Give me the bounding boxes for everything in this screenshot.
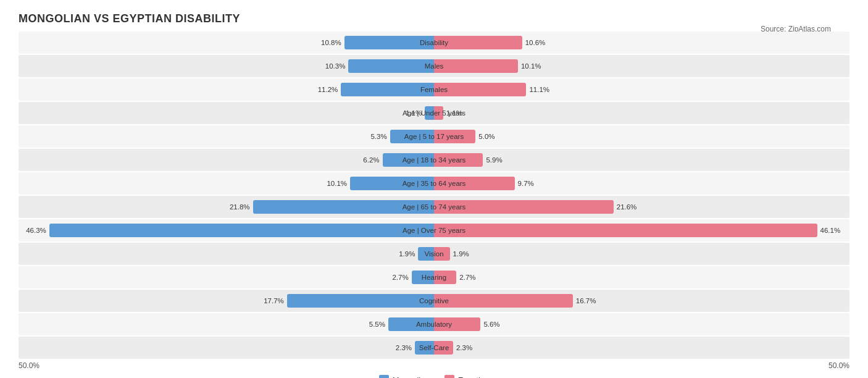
value-left: 6.2% <box>363 156 382 164</box>
bar-row: 46.3%46.1%Age | Over 75 years <box>19 219 849 242</box>
value-left: 5.5% <box>369 321 388 328</box>
bar-left-section: 6.2% <box>19 149 434 171</box>
value-left: 46.3% <box>26 227 49 234</box>
value-right: 10.1% <box>518 62 541 70</box>
bar-right-section: 5.9% <box>434 149 849 171</box>
bar-right: 11.1% <box>434 83 526 96</box>
bar-row: 17.7%16.7%Cognitive <box>19 290 849 312</box>
bar-left: 10.1% <box>350 177 434 190</box>
value-right: 10.6% <box>522 39 546 46</box>
bar-left: 21.8% <box>253 200 434 214</box>
bar-left: 10.3% <box>348 59 434 73</box>
value-right: 2.3% <box>453 344 472 351</box>
bar-row: 1.1%1.1%Age | Under 5 years <box>19 102 849 124</box>
bar-left-section: 46.3% <box>19 219 434 242</box>
bar-right-section: 16.7% <box>434 290 849 312</box>
bar-right-section: 1.1% <box>434 102 849 124</box>
bar-left: 46.3% <box>49 224 434 237</box>
value-right: 11.1% <box>526 86 549 93</box>
bar-row: 6.2%5.9%Age | 18 to 34 years <box>19 149 849 171</box>
bar-row: 1.9%1.9%Vision <box>19 243 849 265</box>
value-left: 5.3% <box>370 133 390 140</box>
bar-left-section: 2.3% <box>19 337 434 359</box>
value-right: 46.1% <box>817 227 841 234</box>
bar-right-section: 10.6% <box>434 32 849 54</box>
bar-left: 6.2% <box>383 153 434 167</box>
bar-row: 11.2%11.1%Females <box>19 78 849 101</box>
bar-left: 2.3% <box>415 341 434 355</box>
bar-right: 46.1% <box>434 224 817 237</box>
bar-right-section: 5.6% <box>434 313 849 335</box>
bar-right: 5.9% <box>434 153 483 167</box>
bottom-right-label: 50.0% <box>828 361 849 370</box>
bar-right-section: 11.1% <box>434 78 849 101</box>
value-right: 2.7% <box>456 274 475 281</box>
bar-right-section: 10.1% <box>434 55 849 77</box>
bar-left: 1.1% <box>425 106 434 120</box>
bar-right-section: 9.7% <box>434 172 849 195</box>
bar-row: 5.3%5.0%Age | 5 to 17 years <box>19 125 849 148</box>
value-right: 1.9% <box>450 250 469 258</box>
value-right: 5.0% <box>475 133 495 140</box>
bar-right-section: 2.3% <box>434 337 849 359</box>
bar-right: 16.7% <box>434 294 573 308</box>
bar-left-section: 1.1% <box>19 102 434 124</box>
mongolian-label: Mongolian <box>393 376 430 379</box>
bar-right-section: 1.9% <box>434 243 849 265</box>
bar-left: 2.7% <box>412 271 434 284</box>
bar-left-section: 21.8% <box>19 196 434 218</box>
bar-left: 5.3% <box>390 130 434 143</box>
bar-left-section: 5.3% <box>19 125 434 148</box>
bar-row: 10.1%9.7%Age | 35 to 64 years <box>19 172 849 195</box>
bar-right: 10.1% <box>434 59 518 73</box>
value-right: 1.1% <box>443 109 462 117</box>
bar-right: 1.9% <box>434 247 450 261</box>
egyptian-label: Egyptian <box>458 376 490 379</box>
bar-row: 5.5%5.6%Ambulatory <box>19 313 849 335</box>
value-right: 16.7% <box>573 297 596 304</box>
bar-left-section: 10.3% <box>19 55 434 77</box>
value-left: 1.1% <box>406 109 425 117</box>
chart-wrapper: 10.8%10.6%Disability10.3%10.1%Males11.2%… <box>19 32 849 378</box>
value-left: 1.9% <box>399 250 418 258</box>
bar-left-section: 2.7% <box>19 266 434 288</box>
bar-left-section: 10.8% <box>19 32 434 54</box>
value-left: 2.7% <box>392 274 411 281</box>
bar-left-section: 17.7% <box>19 290 434 312</box>
bar-row: 2.7%2.7%Hearing <box>19 266 849 288</box>
egyptian-color-box <box>444 375 454 378</box>
chart-container: 10.8%10.6%Disability10.3%10.1%Males11.2%… <box>19 32 849 359</box>
bottom-left-label: 50.0% <box>19 361 40 370</box>
bar-right: 2.7% <box>434 271 456 284</box>
bar-left: 11.2% <box>341 83 434 96</box>
bar-right-section: 2.7% <box>434 266 849 288</box>
bar-right-section: 46.1% <box>434 219 849 242</box>
value-left: 10.3% <box>325 62 349 70</box>
bar-left-section: 5.5% <box>19 313 434 335</box>
bar-left-section: 10.1% <box>19 172 434 195</box>
bar-right: 2.3% <box>434 341 453 355</box>
legend-egyptian: Egyptian <box>444 375 490 378</box>
value-left: 10.8% <box>321 39 344 46</box>
bar-row: 10.3%10.1%Males <box>19 55 849 77</box>
value-right: 9.7% <box>515 180 534 187</box>
bar-left: 10.8% <box>344 36 434 49</box>
bottom-labels: 50.0% 50.0% <box>19 361 849 370</box>
bar-right: 5.0% <box>434 130 475 143</box>
legend: Mongolian Egyptian <box>19 375 849 378</box>
value-left: 21.8% <box>230 203 253 211</box>
value-left: 10.1% <box>327 180 350 187</box>
value-right: 5.6% <box>480 321 499 328</box>
bar-left-section: 11.2% <box>19 78 434 101</box>
value-right: 5.9% <box>483 156 502 164</box>
bar-row: 10.8%10.6%Disability <box>19 32 849 54</box>
bar-left: 5.5% <box>388 317 434 331</box>
bar-row: 2.3%2.3%Self-Care <box>19 337 849 359</box>
chart-title: MONGOLIAN VS EGYPTIAN DISABILITY <box>19 12 849 25</box>
bar-row: 21.8%21.6%Age | 65 to 74 years <box>19 196 849 218</box>
bar-right-section: 5.0% <box>434 125 849 148</box>
bar-right-section: 21.6% <box>434 196 849 218</box>
bar-right: 21.6% <box>434 200 614 214</box>
bar-right: 10.6% <box>434 36 522 49</box>
value-left: 17.7% <box>264 297 287 304</box>
